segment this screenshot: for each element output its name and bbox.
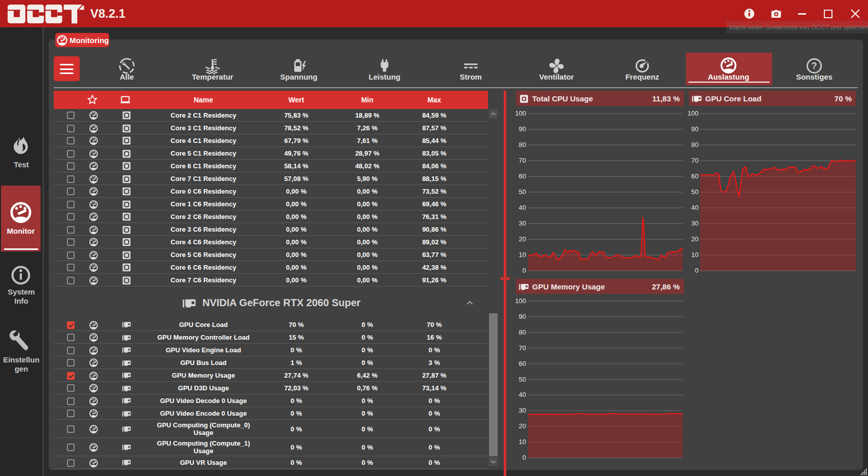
- svg-text:60: 60: [691, 172, 699, 180]
- svg-text:70: 70: [519, 344, 526, 352]
- svg-text:40: 40: [691, 204, 699, 211]
- svg-text:90: 90: [691, 125, 699, 133]
- svg-text:50: 50: [519, 188, 526, 196]
- svg-text:20: 20: [691, 235, 699, 243]
- svg-text:?: ?: [811, 60, 817, 71]
- svg-text:30: 30: [519, 219, 526, 227]
- svg-text:100: 100: [515, 297, 526, 305]
- svg-text:90: 90: [519, 313, 526, 320]
- svg-text:10: 10: [519, 251, 526, 259]
- svg-text:0: 0: [695, 267, 699, 274]
- svg-text:70: 70: [691, 157, 699, 164]
- svg-text:0: 0: [523, 454, 526, 461]
- svg-text:80: 80: [691, 141, 699, 149]
- svg-text:10: 10: [691, 251, 699, 259]
- svg-text:100: 100: [515, 109, 526, 117]
- svg-text:20: 20: [519, 422, 526, 430]
- svg-text:20: 20: [519, 235, 526, 243]
- svg-text:40: 40: [519, 204, 526, 211]
- svg-text:0: 0: [523, 267, 526, 274]
- svg-text:30: 30: [691, 219, 699, 227]
- svg-text:40: 40: [519, 391, 526, 398]
- svg-text:90: 90: [519, 125, 526, 133]
- svg-text:50: 50: [691, 188, 699, 196]
- svg-text:10: 10: [519, 438, 526, 446]
- svg-text:80: 80: [519, 141, 526, 149]
- svg-text:80: 80: [519, 328, 526, 336]
- svg-text:100: 100: [688, 109, 699, 117]
- svg-text:60: 60: [519, 172, 526, 180]
- svg-text:50: 50: [519, 376, 526, 383]
- svg-text:30: 30: [519, 407, 526, 414]
- svg-text:70: 70: [519, 157, 526, 164]
- svg-text:60: 60: [519, 360, 526, 368]
